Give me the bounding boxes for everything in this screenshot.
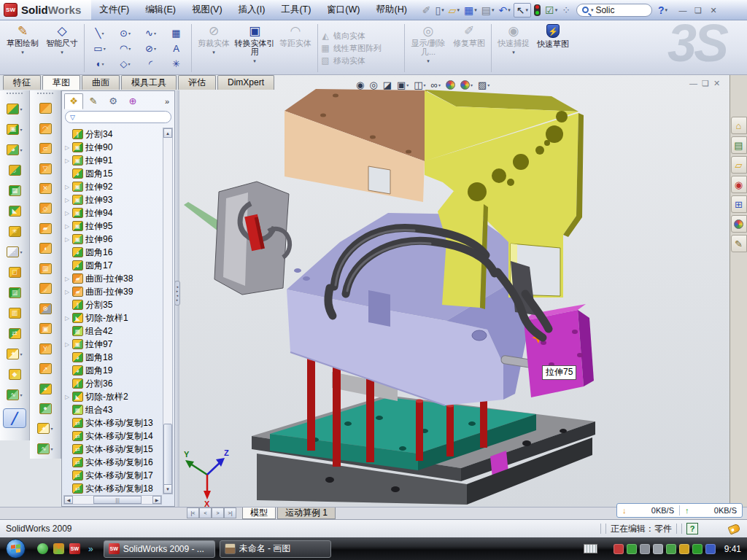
- tab-nav-button[interactable]: |<: [187, 508, 199, 518]
- messenger-icon[interactable]: [37, 543, 48, 554]
- tray-icon-6[interactable]: [692, 544, 703, 554]
- tab-模型[interactable]: 模型: [242, 508, 276, 519]
- tab-nav-button[interactable]: >|: [224, 508, 236, 518]
- features-icon-11[interactable]: ⇄: [9, 323, 21, 343]
- chevron-down-icon[interactable]: ▾: [424, 82, 426, 88]
- print-icon[interactable]: ▤▾: [480, 4, 496, 17]
- tree-item[interactable]: ◕圆角16: [64, 246, 162, 259]
- tab-模具工具[interactable]: 模具工具: [121, 75, 177, 90]
- tree-item[interactable]: ⇄实体-移动/复制16: [64, 456, 162, 469]
- quick-snaps-button[interactable]: ◉ 快速捕捉▾: [494, 23, 533, 74]
- expand-arrow-icon[interactable]: ▷: [64, 158, 70, 164]
- features-icon-10[interactable]: ▥: [9, 303, 21, 323]
- chevron-down-icon[interactable]: ▾: [50, 446, 53, 451]
- features-icon-4[interactable]: ▦: [9, 180, 21, 201]
- chevron-down-icon[interactable]: ▾: [591, 7, 594, 13]
- rapid-sketch-button[interactable]: ⚡ 快速草图: [533, 23, 573, 74]
- chevron-down-icon[interactable]: ▾: [20, 249, 22, 254]
- view-orientation-icon[interactable]: ▣▾: [397, 79, 409, 90]
- chevron-down-icon[interactable]: ▾: [438, 82, 441, 88]
- tree-item[interactable]: ◕圆角17: [64, 259, 162, 272]
- surfaces-icon-12[interactable]: Y: [39, 338, 52, 358]
- tree-item[interactable]: ▷▣拉伸93: [64, 193, 162, 206]
- zoom-to-area-icon[interactable]: ◎: [369, 79, 377, 90]
- tree-item[interactable]: ▷◣切除-放样1: [64, 311, 162, 324]
- expand-arrow-icon[interactable]: ▷: [64, 144, 70, 151]
- tag-icon[interactable]: [727, 523, 740, 534]
- scroll-up-arrow[interactable]: ▲: [163, 128, 172, 138]
- chevron-down-icon[interactable]: ▾: [128, 61, 130, 66]
- tree-horizontal-scrollbar[interactable]: ◀ ||| ▶: [63, 495, 162, 505]
- surfaces-icon-4[interactable]: ✕: [39, 179, 52, 198]
- expand-arrow-icon[interactable]: ▷: [64, 210, 70, 217]
- start-button[interactable]: [6, 539, 26, 559]
- tree-item[interactable]: ⇄实体-移动/复制18: [64, 482, 162, 494]
- doc-minimize-button[interactable]: —: [689, 79, 697, 88]
- expand-arrow-icon[interactable]: ▷: [64, 236, 70, 243]
- undo-icon[interactable]: ↶▾: [498, 4, 512, 17]
- configuration-manager-tab[interactable]: ⚙: [104, 93, 123, 109]
- tree-item[interactable]: ∥分割35: [64, 298, 162, 311]
- surfaces-icon-2[interactable]: ⊂: [39, 139, 52, 158]
- expand-arrow-icon[interactable]: ▷: [64, 276, 70, 282]
- home-tab[interactable]: ⌂: [731, 117, 747, 134]
- tree-item[interactable]: ▦组合43: [64, 403, 162, 416]
- tree-item[interactable]: ∥分割34: [64, 128, 162, 141]
- hide-show-items-icon[interactable]: ∞▾: [431, 79, 441, 90]
- apply-scene-icon[interactable]: ▾: [460, 80, 473, 90]
- surfaces-icon-0[interactable]: [39, 98, 52, 118]
- scroll-thumb[interactable]: [163, 424, 172, 486]
- tray-icon-1[interactable]: [627, 544, 637, 554]
- sketch-entity-icon-6[interactable]: ⊘▾: [138, 41, 163, 56]
- surfaces-icon-8[interactable]: ▥: [39, 259, 52, 279]
- filter-input[interactable]: [78, 112, 185, 122]
- sketch-entity-icon-7[interactable]: A: [163, 41, 189, 56]
- filter-box[interactable]: ▽: [65, 111, 171, 123]
- stack-item[interactable]: ▦线性草图阵列: [320, 43, 402, 54]
- chevron-down-icon[interactable]: ▾: [508, 7, 511, 13]
- selection-filter-icon[interactable]: ⁘: [560, 4, 572, 17]
- sketch-entity-icon-9[interactable]: ◇▾: [112, 56, 138, 71]
- search-box[interactable]: ▾ Solic: [576, 4, 652, 17]
- chevron-down-icon[interactable]: ▾: [441, 7, 444, 13]
- chevron-down-icon[interactable]: ▾: [154, 31, 156, 36]
- expand-arrow-icon[interactable]: ▷: [64, 394, 70, 400]
- sketch-entity-icon-3[interactable]: ▦: [163, 26, 189, 41]
- chevron-down-icon[interactable]: ▾: [20, 106, 22, 112]
- surfaces-icon-7[interactable]: ◖: [39, 238, 52, 258]
- chevron-down-icon[interactable]: ▾: [50, 426, 53, 431]
- tree-item[interactable]: ▷▣拉伸91: [64, 154, 162, 167]
- edit-appearance-icon[interactable]: [446, 80, 455, 90]
- panel-splitter-handle[interactable]: ◂▸◂▸: [174, 281, 180, 306]
- stack-item[interactable]: ◭镜向实体: [320, 31, 402, 42]
- part-grey-clamp[interactable]: [214, 182, 290, 295]
- sketch-entity-icon-5[interactable]: ◠▾: [112, 41, 138, 56]
- taskbar-button[interactable]: 未命名 - 画图: [220, 540, 331, 558]
- chevron-down-icon[interactable]: ▾: [104, 46, 106, 51]
- tree-item[interactable]: ◕圆角15: [64, 167, 162, 180]
- expand-arrow-icon[interactable]: ▷: [64, 289, 70, 295]
- menu-item[interactable]: 帮助(H): [368, 0, 414, 20]
- tray-icon-0[interactable]: [614, 544, 624, 554]
- chevron-down-icon[interactable]: ▾: [20, 147, 22, 152]
- doc-close-button[interactable]: ✕: [713, 79, 720, 88]
- scroll-right-arrow[interactable]: ▶: [152, 496, 161, 504]
- surfaces-icon-17[interactable]: ∿▾: [37, 439, 53, 459]
- status-help-button[interactable]: ?: [686, 523, 698, 534]
- part-top-plate[interactable]: [285, 89, 427, 202]
- clock[interactable]: 9:41: [724, 544, 741, 554]
- expand-arrow-icon[interactable]: ▷: [64, 315, 70, 322]
- section-view-icon[interactable]: ◪: [383, 79, 392, 90]
- surfaces-icon-6[interactable]: ▰: [39, 219, 52, 238]
- save-icon[interactable]: ▦▾: [462, 4, 479, 17]
- menu-item[interactable]: 插入(I): [231, 0, 274, 20]
- chevron-down-icon[interactable]: ▾: [20, 127, 22, 132]
- options-icon[interactable]: ☑▾: [543, 4, 559, 17]
- chevron-down-icon[interactable]: ▾: [457, 7, 460, 13]
- hscroll-thumb[interactable]: |||: [93, 496, 142, 504]
- select-cursor-icon[interactable]: ↖▾: [514, 3, 531, 18]
- panel-chevron[interactable]: »: [165, 97, 172, 106]
- tree-item[interactable]: ▷▣拉伸96: [64, 233, 162, 246]
- chevron-down-icon[interactable]: ▾: [101, 61, 104, 66]
- design-library-tab[interactable]: ▤: [731, 136, 747, 154]
